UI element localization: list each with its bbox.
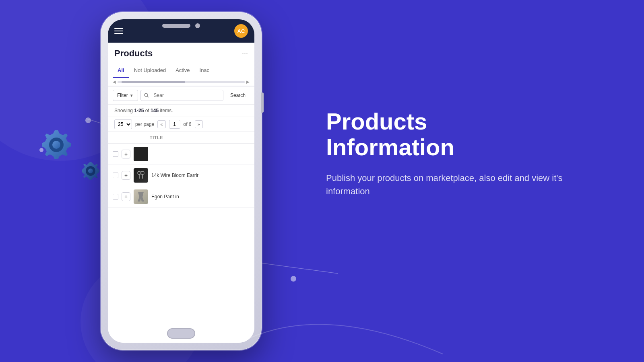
tab-inactive[interactable]: Inac — [195, 63, 215, 78]
gear-container — [24, 113, 89, 179]
hamburger-line-3 — [114, 33, 123, 34]
per-page-select[interactable]: 25 — [114, 119, 132, 129]
product-thumbnail — [134, 168, 148, 183]
svg-point-5 — [88, 169, 93, 173]
phone-screen: AC Products ··· All Not Uploaded Active … — [108, 19, 254, 343]
search-icon — [144, 93, 149, 98]
results-info: Showing 1-25 of 145 items. — [108, 105, 254, 117]
product-name: 14k Wire Bloom Earrir — [151, 173, 250, 178]
table-row: + 14k — [108, 165, 254, 186]
row-add-button[interactable]: + — [122, 150, 130, 158]
hamburger-line-1 — [114, 28, 123, 29]
connecting-line-2 — [250, 241, 350, 282]
pant-image — [134, 189, 148, 204]
next-page-button[interactable]: » — [195, 120, 203, 128]
search-group — [140, 90, 223, 101]
header-title-col: TITLE — [150, 135, 250, 140]
more-options-button[interactable]: ··· — [242, 49, 248, 58]
decorative-dot-3 — [291, 276, 296, 282]
earring-icon — [135, 170, 147, 181]
svg-point-8 — [138, 171, 141, 175]
page-title: Products — [114, 48, 153, 59]
filter-chevron-icon: ▼ — [130, 93, 134, 98]
products-info-title: Products Information — [326, 109, 568, 160]
phone-speaker — [162, 24, 190, 28]
row-add-button[interactable]: + — [122, 171, 130, 180]
pagination-row: 25 per page « of 6 » — [108, 117, 254, 132]
filter-button[interactable]: Filter ▼ — [113, 90, 138, 101]
row-checkbox[interactable] — [113, 194, 118, 200]
per-page-label: per page — [135, 121, 154, 127]
svg-line-1 — [250, 261, 338, 274]
row-add-button[interactable]: + — [122, 192, 130, 201]
app-header: AC — [108, 19, 254, 43]
results-suffix: items. — [159, 108, 173, 113]
filter-label: Filter — [117, 93, 128, 98]
page-header: Products ··· — [108, 43, 254, 63]
table-row: + Egon Pant in — [108, 186, 254, 208]
page-content: Products ··· All Not Uploaded Active Ina… — [108, 43, 254, 343]
prev-page-button[interactable]: « — [157, 120, 165, 128]
products-info-description: Publish your products on marketplace, al… — [326, 171, 568, 198]
tab-not-uploaded[interactable]: Not Uploaded — [129, 63, 171, 78]
hamburger-line-2 — [114, 31, 123, 31]
product-name: Egon Pant in — [151, 194, 250, 200]
results-of-text: of — [144, 108, 151, 113]
tab-all[interactable]: All — [113, 63, 129, 78]
decorative-curve — [242, 282, 483, 362]
table-header: TITLE — [108, 132, 254, 144]
scroll-track — [118, 81, 245, 83]
tabs-container: All Not Uploaded Active Inac ◀ ▶ — [108, 63, 254, 86]
phone-home-button[interactable] — [167, 328, 195, 339]
scroll-right-arrow[interactable]: ▶ — [246, 80, 250, 84]
phone-mockup: AC Products ··· All Not Uploaded Active … — [101, 12, 262, 350]
product-thumbnail — [134, 189, 148, 204]
scroll-thumb — [122, 81, 185, 83]
phone-outer: AC Products ··· All Not Uploaded Active … — [101, 12, 262, 350]
title-line-2: Information — [326, 134, 568, 160]
svg-point-9 — [141, 171, 144, 175]
right-panel: Products Information Publish your produc… — [326, 109, 568, 198]
scroll-left-arrow[interactable]: ◀ — [113, 80, 116, 84]
search-icon-wrap — [141, 90, 152, 100]
row-checkbox[interactable] — [113, 173, 118, 178]
title-line-1: Products — [326, 109, 568, 134]
row-checkbox[interactable] — [113, 151, 118, 157]
results-showing-text: Showing — [114, 108, 134, 113]
phone-top-bar — [162, 23, 200, 28]
phone-camera — [195, 23, 200, 28]
hamburger-menu-button[interactable] — [114, 28, 123, 34]
table-row: + — [108, 144, 254, 165]
pant-icon — [137, 191, 145, 202]
products-table: TITLE + + — [108, 132, 254, 343]
svg-point-3 — [52, 141, 60, 149]
results-count: 145 — [151, 108, 159, 113]
filter-bar: Filter ▼ Search — [108, 86, 254, 105]
phone-side-button — [261, 93, 264, 113]
tab-scrollbar: ◀ ▶ — [108, 78, 254, 86]
svg-point-6 — [144, 93, 148, 97]
tabs-row: All Not Uploaded Active Inac — [108, 63, 254, 78]
svg-line-7 — [147, 96, 149, 97]
user-avatar[interactable]: AC — [234, 24, 248, 38]
tab-active[interactable]: Active — [171, 63, 194, 78]
search-input[interactable] — [152, 90, 223, 101]
page-number-input[interactable] — [169, 120, 180, 129]
product-thumbnail — [134, 147, 148, 161]
earring-image — [134, 168, 148, 183]
search-button[interactable]: Search — [226, 90, 250, 101]
results-range: 1-25 — [134, 108, 144, 113]
page-of-label: of 6 — [184, 121, 192, 127]
